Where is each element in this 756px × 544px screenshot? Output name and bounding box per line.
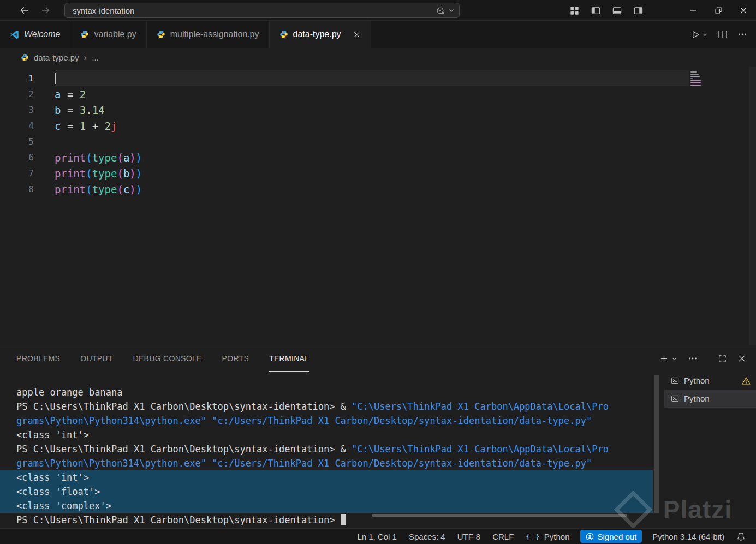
forward-arrow-icon[interactable]: [40, 5, 51, 16]
account-icon: [586, 533, 594, 541]
status-bar: Ln 1, Col 1Spaces: 4UTF-8CRLF{ }PythonSi…: [0, 528, 756, 544]
panel-tab-ports[interactable]: PORTS: [222, 345, 249, 372]
chevron-down-icon[interactable]: [448, 7, 455, 14]
line-number: 4: [0, 121, 34, 131]
editor-line[interactable]: 5: [0, 134, 756, 150]
terminal-lines: apple orange bananaPS C:\Users\ThinkPad …: [0, 385, 664, 527]
code-token: ): [136, 168, 142, 180]
more-actions-icon[interactable]: [737, 29, 747, 39]
close-panel-icon[interactable]: [737, 354, 746, 363]
editor-line[interactable]: 3b = 3.14: [0, 102, 756, 118]
split-editor-icon[interactable]: [718, 29, 728, 39]
close-window-icon[interactable]: [731, 0, 756, 21]
code-token: print: [55, 152, 86, 164]
breadcrumb-file[interactable]: data-type.py: [34, 53, 79, 62]
run-status-icon[interactable]: [436, 6, 445, 15]
tab-multiple-assignation-py[interactable]: multiple-assignation.py: [147, 21, 270, 48]
editor-lines: 12a = 23b = 3.144c = 1 + 2j56print(type(…: [0, 70, 756, 197]
minimize-icon[interactable]: [681, 0, 706, 21]
back-arrow-icon[interactable]: [19, 5, 29, 16]
editor-line[interactable]: 6print(type(a)): [0, 150, 756, 165]
terminal-horizontal-scrollbar[interactable]: [372, 514, 627, 517]
accounts-signed-out[interactable]: Signed out: [580, 530, 642, 543]
code-token: b: [55, 104, 61, 116]
terminal-line: grams\Python\Python314\python.exe" "c:/U…: [0, 456, 653, 470]
tab-label: variable.py: [94, 29, 136, 39]
layout-controls: [569, 0, 644, 21]
editor-tabs: Welcomevariable.pymultiple-assignation.p…: [0, 21, 371, 48]
code-token: a: [123, 152, 129, 164]
code-token: (: [117, 183, 123, 195]
maximize-panel-icon[interactable]: [718, 354, 727, 363]
toggle-panel-icon[interactable]: [612, 5, 622, 16]
terminal-line: apple orange banana: [0, 385, 653, 399]
language-mode[interactable]: { }Python: [520, 529, 575, 544]
platzi-logo: [614, 491, 652, 529]
breadcrumb-more[interactable]: ...: [92, 53, 99, 62]
code-token: c: [55, 120, 61, 132]
terminal-text: <class 'float'>: [16, 486, 100, 497]
panel-more-actions-icon[interactable]: [688, 354, 698, 363]
terminal-line: grams\Python\Python314\python.exe" "c:/U…: [0, 414, 653, 428]
status-label: CRLF: [492, 532, 514, 541]
terminal-tab-item[interactable]: Python: [664, 372, 756, 390]
code-token: 2: [80, 88, 86, 100]
panel-tab-terminal[interactable]: TERMINAL: [269, 345, 309, 372]
terminal-text: grams\Python\Python314\python.exe" "c:/U…: [16, 458, 592, 469]
editor-caret: [55, 73, 56, 84]
command-center[interactable]: syntax-identation: [64, 3, 460, 18]
line-content: b = 3.14: [55, 102, 689, 118]
code-token: type: [92, 168, 117, 180]
editor-scrollbar[interactable]: [749, 67, 756, 345]
editor-line[interactable]: 8print(type(c)): [0, 181, 756, 197]
minimap[interactable]: [690, 71, 706, 86]
panel-tab-problems[interactable]: PROBLEMS: [16, 345, 60, 372]
terminal-icon: [671, 394, 679, 403]
code-token: c: [123, 183, 129, 195]
encoding[interactable]: UTF-8: [451, 529, 487, 544]
code-token: (: [117, 168, 123, 180]
tab-data-type-py[interactable]: data-type.py: [270, 21, 371, 48]
eol-sequence[interactable]: CRLF: [486, 529, 520, 544]
cursor-position[interactable]: Ln 1, Col 1: [351, 529, 403, 544]
restore-icon[interactable]: [706, 0, 731, 21]
code-token: =: [61, 120, 79, 132]
run-python-file-button[interactable]: [690, 29, 708, 40]
tab-welcome[interactable]: Welcome: [0, 21, 70, 48]
editor-line[interactable]: 1: [0, 70, 756, 86]
close-tab-icon[interactable]: [353, 31, 361, 39]
code-token: j: [111, 120, 117, 132]
braces-icon: { }: [526, 533, 540, 541]
code-token: print: [55, 168, 86, 180]
panel-tab-debug-console[interactable]: DEBUG CONSOLE: [133, 345, 202, 372]
tab-variable-py[interactable]: variable.py: [70, 21, 146, 48]
customize-layout-icon[interactable]: [569, 5, 580, 16]
code-token: (: [117, 152, 123, 164]
warning-icon: [742, 376, 751, 385]
editor-line[interactable]: 2a = 2: [0, 86, 756, 102]
code-token: +: [86, 120, 104, 132]
python-icon: [157, 30, 165, 39]
code-editor[interactable]: 12a = 23b = 3.144c = 1 + 2j56print(type(…: [0, 67, 756, 345]
terminal-output[interactable]: apple orange bananaPS C:\Users\ThinkPad …: [0, 371, 664, 528]
toggle-primary-sidebar-icon[interactable]: [591, 5, 601, 16]
line-number: 2: [0, 89, 34, 99]
editor-line[interactable]: 7print(type(b)): [0, 165, 756, 181]
code-token: b: [123, 168, 129, 180]
code-token: (: [86, 168, 92, 180]
code-token: 1: [80, 120, 86, 132]
terminal-text: <class 'complex'>: [16, 500, 111, 511]
python-interpreter[interactable]: Python 3.14 (64-bit): [646, 529, 730, 544]
indentation[interactable]: Spaces: 4: [403, 529, 451, 544]
editor-line[interactable]: 4c = 1 + 2j: [0, 118, 756, 134]
panel-tab-output[interactable]: OUTPUT: [80, 345, 112, 372]
code-token: 3.14: [80, 104, 105, 116]
nav-arrows: [19, 0, 51, 21]
new-terminal-button[interactable]: [659, 354, 677, 363]
line-content: [55, 134, 689, 150]
terminal-tab-item[interactable]: Python: [664, 390, 756, 408]
toggle-secondary-sidebar-icon[interactable]: [633, 5, 644, 16]
breadcrumb[interactable]: data-type.py › ...: [0, 48, 756, 67]
notifications[interactable]: [730, 529, 752, 544]
vscode-icon: [10, 30, 19, 39]
